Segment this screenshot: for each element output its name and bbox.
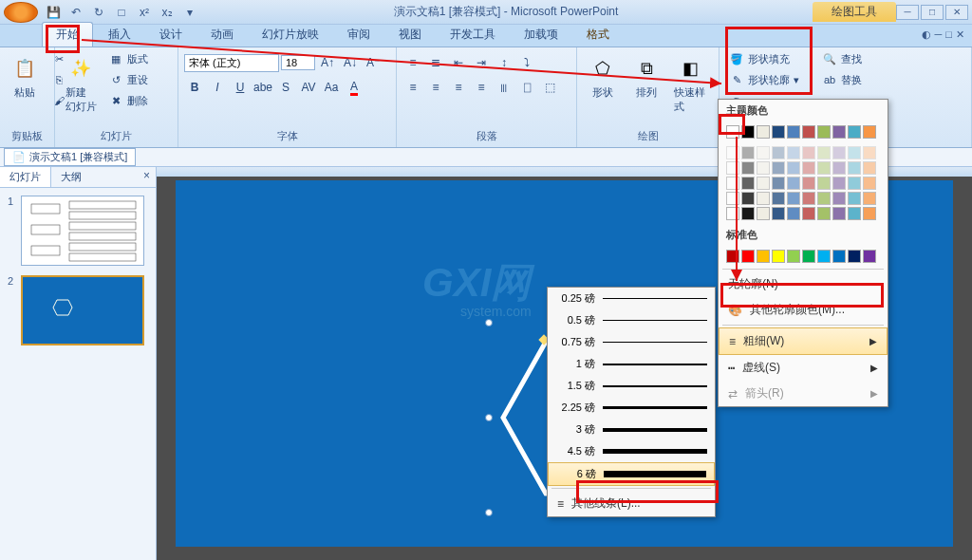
color-swatch[interactable] (817, 146, 831, 159)
case-button[interactable]: Aa (321, 78, 342, 97)
undo-icon[interactable]: ↶ (66, 4, 85, 21)
color-swatch[interactable] (802, 250, 815, 263)
color-swatch[interactable] (726, 250, 739, 263)
save-icon[interactable]: 💾 (44, 4, 63, 21)
color-swatch[interactable] (802, 192, 815, 205)
color-swatch[interactable] (772, 161, 785, 175)
color-swatch[interactable] (863, 125, 876, 139)
no-outline-item[interactable]: 无轮廓(N) (719, 271, 888, 297)
tab-format[interactable]: 格式 (573, 23, 623, 47)
color-swatch[interactable] (802, 161, 815, 175)
color-swatch[interactable] (863, 161, 876, 175)
align-right-button[interactable]: ≡ (448, 78, 469, 97)
redo-icon[interactable]: ↻ (89, 4, 108, 21)
color-swatch[interactable] (741, 250, 755, 263)
color-swatch[interactable] (817, 177, 831, 190)
tab-animation[interactable]: 动画 (197, 23, 247, 47)
color-swatch[interactable] (863, 207, 876, 220)
shadow-button[interactable]: S (275, 78, 296, 97)
smartart-button[interactable]: ⬚ (539, 78, 560, 97)
color-swatch[interactable] (832, 125, 846, 139)
weight-option[interactable]: 3 磅 (548, 419, 715, 440)
tab-design[interactable]: 设计 (146, 23, 196, 47)
color-swatch[interactable] (802, 207, 815, 220)
maximize-button[interactable]: □ (921, 5, 944, 20)
reset-button[interactable]: ↺重设 (104, 70, 152, 89)
text-direction-button[interactable]: ⤵ (516, 53, 537, 72)
weight-option[interactable]: 4.5 磅 (548, 440, 715, 462)
handle-tl[interactable] (485, 319, 493, 327)
color-swatch[interactable] (741, 161, 755, 175)
color-swatch[interactable] (757, 177, 770, 190)
italic-button[interactable]: I (207, 78, 228, 97)
align-text-button[interactable]: ⎕ (516, 78, 537, 97)
thumbnail-2[interactable]: 2 (8, 275, 148, 345)
shrink-font-button[interactable]: A↓ (340, 53, 361, 72)
numbering-button[interactable]: ≣ (425, 53, 446, 72)
color-swatch[interactable] (848, 177, 861, 190)
tab-slideshow[interactable]: 幻灯片放映 (249, 23, 332, 47)
color-swatch[interactable] (726, 207, 739, 220)
color-swatch[interactable] (787, 192, 800, 205)
grow-font-button[interactable]: A↑ (317, 53, 338, 72)
tab-addins[interactable]: 加载项 (511, 23, 571, 47)
color-swatch[interactable] (863, 250, 876, 263)
color-swatch[interactable] (848, 207, 861, 220)
doc-restore[interactable]: □ (945, 28, 952, 41)
color-swatch[interactable] (757, 207, 770, 220)
bold-button[interactable]: B (184, 78, 205, 97)
color-swatch[interactable] (772, 177, 785, 190)
tab-developer[interactable]: 开发工具 (437, 23, 509, 47)
qat-more-icon[interactable]: ▾ (180, 4, 199, 21)
find-button[interactable]: 🔍查找 (818, 49, 866, 68)
panel-tab-outline[interactable]: 大纲 (51, 167, 91, 187)
color-swatch[interactable] (726, 192, 739, 205)
shapes-button[interactable]: ⬠形状 (583, 49, 623, 103)
color-swatch[interactable] (832, 146, 846, 159)
close-button[interactable]: ✕ (945, 5, 968, 20)
color-swatch[interactable] (741, 125, 755, 139)
paste-button[interactable]: 📋 粘贴 (6, 49, 44, 103)
columns-button[interactable]: ⫼ (494, 78, 514, 97)
underline-button[interactable]: U (230, 78, 251, 97)
color-swatch[interactable] (817, 250, 831, 263)
color-swatch[interactable] (726, 146, 739, 159)
color-swatch[interactable] (726, 125, 739, 139)
arrange-button[interactable]: ⧉排列 (626, 49, 666, 103)
color-swatch[interactable] (863, 146, 876, 159)
color-swatch[interactable] (772, 192, 785, 205)
weight-option[interactable]: 0.25 磅 (548, 288, 715, 309)
help-icon[interactable]: ◐ (922, 28, 931, 41)
color-swatch[interactable] (726, 177, 739, 190)
color-swatch[interactable] (863, 192, 876, 205)
weight-option[interactable]: 0.5 磅 (548, 309, 715, 331)
tab-review[interactable]: 审阅 (334, 23, 383, 47)
color-swatch[interactable] (802, 146, 815, 159)
weight-item[interactable]: ≡粗细(W)▶ (719, 327, 888, 355)
tab-view[interactable]: 视图 (385, 23, 435, 47)
color-swatch[interactable] (848, 250, 861, 263)
color-swatch[interactable] (757, 161, 770, 175)
color-swatch[interactable] (726, 161, 739, 175)
quickstyles-button[interactable]: ◧快速样式 (670, 49, 710, 118)
tab-insert[interactable]: 插入 (95, 23, 144, 47)
new-slide-button[interactable]: ✨ 新建 幻灯片 (61, 49, 101, 118)
weight-option[interactable]: 0.75 磅 (548, 331, 715, 353)
color-swatch[interactable] (787, 146, 800, 159)
weight-option[interactable]: 1 磅 (548, 353, 715, 375)
thumbnail-1[interactable]: 1 (8, 196, 148, 266)
color-swatch[interactable] (832, 177, 846, 190)
line-spacing-button[interactable]: ↕ (494, 53, 514, 72)
align-left-button[interactable]: ≡ (402, 78, 423, 97)
color-swatch[interactable] (787, 161, 800, 175)
color-swatch[interactable] (848, 125, 861, 139)
color-swatch[interactable] (848, 192, 861, 205)
strike-button[interactable]: abe (252, 78, 273, 97)
color-swatch[interactable] (741, 177, 755, 190)
font-color-button[interactable]: A (344, 78, 364, 97)
doc-minimize[interactable]: ─ (935, 28, 943, 41)
color-swatch[interactable] (848, 146, 861, 159)
indent-dec-button[interactable]: ⇤ (448, 53, 469, 72)
color-swatch[interactable] (787, 125, 800, 139)
color-swatch[interactable] (832, 161, 846, 175)
